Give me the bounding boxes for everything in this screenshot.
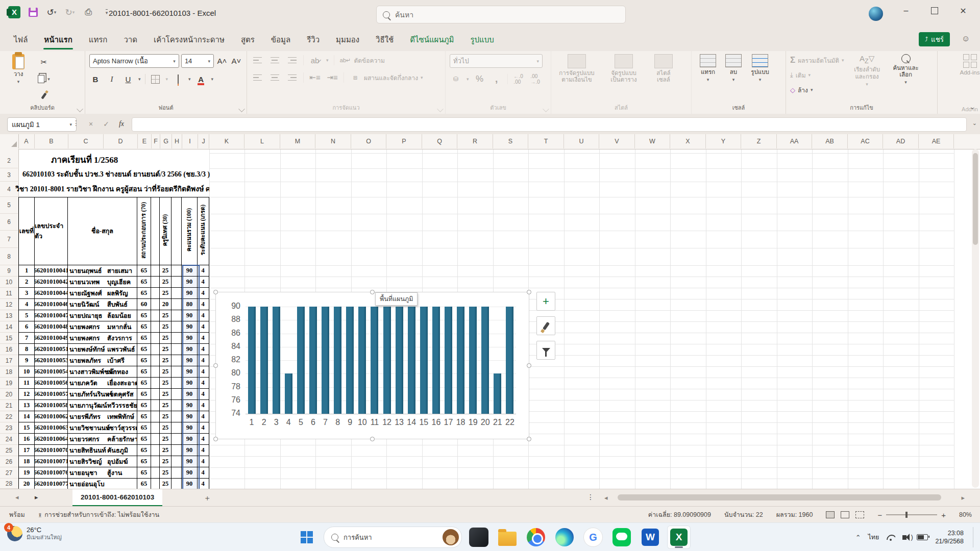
cell-score-company[interactable]: 65 xyxy=(137,277,151,287)
underline-button[interactable]: U xyxy=(122,73,134,85)
cell-name[interactable]: นายพงศกรมหากลั่น xyxy=(68,321,137,332)
increase-indent-button[interactable]: ⇥≡ xyxy=(326,71,338,84)
show-desktop-sliver[interactable] xyxy=(973,527,975,547)
previous-sheet-arrow[interactable]: ◂ xyxy=(15,493,19,501)
cell-spacer[interactable] xyxy=(151,389,160,399)
bold-button[interactable]: B xyxy=(89,73,102,85)
chart-bar[interactable] xyxy=(334,307,341,414)
cell-name[interactable]: นายภควัตเยื่องสะอาด xyxy=(68,378,137,388)
cell-spacer[interactable] xyxy=(172,265,182,276)
format-painter-button[interactable] xyxy=(38,90,50,102)
chart-bar[interactable] xyxy=(309,307,317,414)
chart-bar[interactable] xyxy=(346,307,354,414)
tray-expand-chevron[interactable]: ⌃ xyxy=(855,534,861,541)
cell-id[interactable]: 66201010044 xyxy=(35,288,68,298)
sheet-tab-options-dots[interactable]: ⋮ xyxy=(587,493,595,501)
cell-score-teacher[interactable]: 25 xyxy=(160,277,172,287)
row-header-19[interactable]: 19 xyxy=(0,378,18,389)
horizontal-scrollbar-thumb[interactable] xyxy=(618,494,941,500)
cell-spacer[interactable] xyxy=(151,479,160,489)
new-sheet-button[interactable]: ＋ xyxy=(202,492,213,504)
cell-no[interactable]: 16 xyxy=(19,434,35,444)
cell-id[interactable]: 66201010076 xyxy=(35,467,68,478)
column-header-R[interactable]: R xyxy=(457,134,493,148)
column-header-D[interactable]: D xyxy=(104,134,138,148)
cell-id[interactable]: 66201010049 xyxy=(35,333,68,343)
number-format-combo[interactable]: ทั่วไป▾ xyxy=(450,54,543,68)
cell-styles-button[interactable]: สไตล์ เซลล์ xyxy=(649,54,678,83)
wifi-icon[interactable] xyxy=(886,534,895,541)
cell-score-company[interactable]: 65 xyxy=(137,422,151,433)
cell-grade[interactable]: 4 xyxy=(198,389,208,399)
feedback-icon[interactable]: ☺ xyxy=(962,34,972,44)
cell-spacer[interactable] xyxy=(151,456,160,467)
cell-no[interactable]: 12 xyxy=(19,389,35,399)
cell-score-company[interactable]: 65 xyxy=(137,310,151,321)
cell-no[interactable]: 6 xyxy=(19,321,35,332)
chart-bar[interactable] xyxy=(506,307,513,414)
tab-สูตร[interactable]: สูตร xyxy=(234,30,261,50)
row-header-20[interactable]: 20 xyxy=(0,389,18,400)
select-all-corner[interactable] xyxy=(0,134,19,148)
cell-spacer[interactable] xyxy=(172,333,182,343)
column-header-J[interactable]: J xyxy=(198,134,209,148)
cell-score-company[interactable]: 65 xyxy=(137,456,151,467)
font-size-combo[interactable]: 14▾ xyxy=(181,54,214,68)
cell-name[interactable]: นายสิรวิชญ์อุปอัมฆ์ xyxy=(68,456,137,467)
cell-name[interactable]: นายนฤพนธ์สายเสมา xyxy=(68,265,137,276)
cell-grade[interactable]: 4 xyxy=(198,333,208,343)
column-header-U[interactable]: U xyxy=(564,134,599,148)
cell-name[interactable]: นายพลภัทรเบ้าศรี xyxy=(68,355,137,366)
cell-score-total[interactable]: 80 xyxy=(182,299,198,310)
cell-score-company[interactable]: 65 xyxy=(137,411,151,422)
cell-id[interactable]: 66201010041 xyxy=(35,265,68,276)
chart-resize-handle[interactable] xyxy=(370,437,375,441)
row-header-23[interactable]: 23 xyxy=(0,422,18,434)
wrap-text-button[interactable]: ab↵ตัดข้อความ xyxy=(339,54,385,66)
column-header-W[interactable]: W xyxy=(635,134,670,148)
cell-score-company[interactable]: 65 xyxy=(137,321,151,332)
weather-widget[interactable]: 4 26°Cมีเมฆส่วนใหญ่ xyxy=(7,526,62,541)
format-as-table-button[interactable]: จัดรูปแบบ เป็นตาราง xyxy=(602,54,645,83)
row-header-10[interactable]: 10 xyxy=(0,277,18,288)
cell-score-total[interactable]: 90 xyxy=(182,445,198,456)
cell-spacer[interactable] xyxy=(172,434,182,444)
cell-id[interactable]: 66201010042 xyxy=(35,277,68,287)
fill-color-button[interactable] xyxy=(172,73,184,85)
cell-score-total[interactable]: 90 xyxy=(182,265,198,276)
volume-icon[interactable] xyxy=(902,535,906,540)
battery-icon[interactable] xyxy=(917,534,928,540)
cell-name[interactable]: นายพงศกรสังวรการ xyxy=(68,333,137,343)
cell-no[interactable]: 18 xyxy=(19,456,35,467)
column-header-Y[interactable]: Y xyxy=(706,134,741,148)
cell-score-teacher[interactable]: 25 xyxy=(160,288,172,298)
cell-spacer[interactable] xyxy=(172,422,182,433)
cell-spacer[interactable] xyxy=(151,434,160,444)
chart-bar[interactable] xyxy=(481,307,489,414)
cell-spacer[interactable] xyxy=(151,400,160,411)
row-header-17[interactable]: 17 xyxy=(0,355,18,366)
taskbar-line[interactable] xyxy=(610,525,633,549)
cell-score-teacher[interactable]: 25 xyxy=(160,434,172,444)
row-header-12[interactable]: 12 xyxy=(0,299,18,310)
cell-grade[interactable]: 4 xyxy=(198,366,208,377)
tab-มุมมอง[interactable]: มุมมอง xyxy=(329,30,366,50)
cell-id[interactable]: 66201010056 xyxy=(35,378,68,388)
cell-score-total[interactable]: 90 xyxy=(182,344,198,355)
cell-score-company[interactable]: 65 xyxy=(137,479,151,489)
row-header-11[interactable]: 11 xyxy=(0,288,18,299)
cell-score-company[interactable]: 65 xyxy=(137,389,151,399)
cell-no[interactable]: 3 xyxy=(19,288,35,298)
delete-cells-button[interactable]: ลบ▾ xyxy=(723,54,744,83)
accounting-format-button[interactable]: ⛁ xyxy=(450,73,462,85)
cell-grade[interactable]: 4 xyxy=(198,456,208,467)
chart-bar[interactable] xyxy=(285,373,292,414)
cell-spacer[interactable] xyxy=(151,299,160,310)
zoom-out-button[interactable]: − xyxy=(877,511,882,519)
cell-id[interactable]: 66201010048 xyxy=(35,321,68,332)
cell-spacer[interactable] xyxy=(151,355,160,366)
cell-score-teacher[interactable]: 25 xyxy=(160,321,172,332)
font-name-combo[interactable]: Aptos Narrow (เนื้อ▾ xyxy=(89,54,179,68)
row-header-24[interactable]: 24 xyxy=(0,434,18,445)
cell-id[interactable]: 66201010077 xyxy=(35,479,68,489)
